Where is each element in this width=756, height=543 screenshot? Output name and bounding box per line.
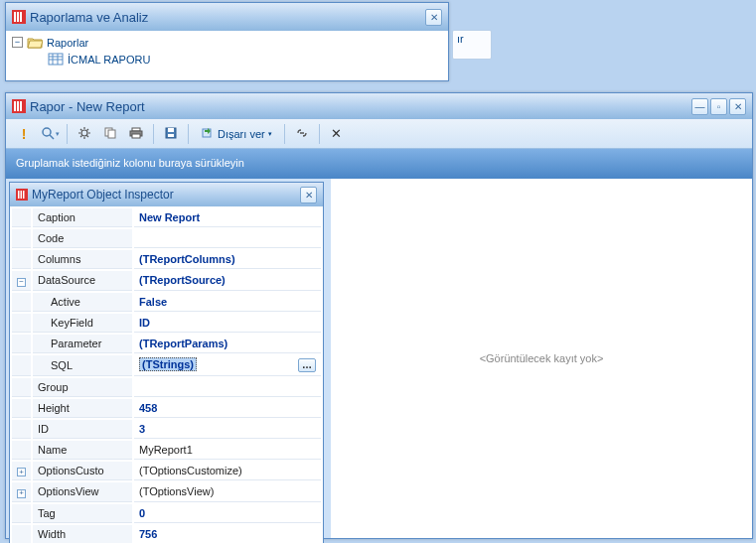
export-icon — [201, 126, 215, 142]
toolbar-search-button[interactable]: ▾ — [38, 123, 62, 145]
dropdown-icon: ▾ — [268, 130, 272, 138]
link-icon — [295, 126, 309, 142]
left-pane: MyReport Object Inspector ✕ CaptionNew R… — [6, 179, 331, 538]
prop-row-optionsview[interactable]: +OptionsView(TOptionsView) — [12, 482, 321, 502]
tree-root[interactable]: − Raporlar — [12, 34, 442, 51]
minimize-button[interactable]: — — [691, 98, 708, 115]
toolbar-export-button[interactable]: Dışarı ver ▾ — [194, 123, 279, 145]
rapor-body: MyReport Object Inspector ✕ CaptionNew R… — [6, 179, 752, 538]
toolbar-separator — [284, 124, 285, 144]
svg-rect-17 — [168, 134, 174, 137]
svg-rect-14 — [132, 134, 140, 138]
tree-child[interactable]: İCMAL RAPORU — [12, 51, 442, 68]
report-grid-icon — [48, 53, 64, 66]
maximize-button[interactable]: ▫ — [710, 98, 727, 115]
prop-row-optionscusto[interactable]: +OptionsCusto(TOptionsCustomize) — [12, 462, 321, 481]
prop-row-caption[interactable]: CaptionNew Report — [12, 208, 321, 227]
svg-line-8 — [50, 135, 54, 139]
print-icon — [129, 126, 143, 142]
alert-icon: ! — [22, 126, 27, 142]
collapse-icon[interactable]: − — [17, 278, 26, 287]
tree-body: − Raporlar İCMAL RAPORU — [6, 31, 448, 80]
toolbar-settings-button[interactable] — [73, 123, 96, 145]
prop-row-name[interactable]: NameMyReport1 — [12, 441, 321, 460]
export-label: Dışarı ver — [218, 128, 265, 140]
gear-icon — [77, 126, 91, 142]
toolbar-separator — [67, 124, 68, 144]
titlebar-rapor[interactable]: Rapor - New Report — ▫ ✕ — [6, 93, 752, 119]
search-icon — [41, 126, 55, 142]
tree-root-label: Raporlar — [47, 37, 88, 49]
app-logo-icon — [12, 10, 26, 24]
window-rapor: Rapor - New Report — ▫ ✕ ! ▾ Dışarı ver … — [5, 92, 753, 539]
toolbar-save-button[interactable] — [159, 123, 183, 145]
window-inspector: MyReport Object Inspector ✕ CaptionNew R… — [9, 182, 324, 543]
svg-point-7 — [43, 128, 51, 136]
toolbar-delete-button[interactable]: ✕ — [325, 123, 349, 145]
prop-row-tag[interactable]: Tag0 — [12, 504, 321, 523]
toolbar-separator — [188, 124, 189, 144]
prop-row-active[interactable]: ActiveFalse — [12, 293, 321, 312]
toolbar: ! ▾ Dışarı ver ▾ ✕ — [6, 119, 752, 149]
close-button[interactable]: ✕ — [425, 9, 442, 26]
titlebar-raporlama[interactable]: Raporlama ve Analiz ✕ — [6, 3, 448, 31]
copy-icon — [103, 126, 117, 142]
prop-row-width[interactable]: Width756 — [12, 525, 321, 544]
close-button[interactable]: ✕ — [729, 98, 746, 115]
svg-point-9 — [81, 130, 87, 136]
app-logo-icon — [12, 99, 26, 113]
folder-open-icon — [27, 36, 43, 49]
prop-row-code[interactable]: Code — [12, 229, 321, 248]
prop-row-parameter[interactable]: Parameter(TReportParams) — [12, 335, 321, 353]
app-logo-icon — [16, 189, 28, 201]
prop-row-keyfield[interactable]: KeyFieldID — [12, 314, 321, 333]
content-area: <Görüntülecek kayıt yok> — [331, 179, 752, 538]
prop-row-columns[interactable]: Columns(TReportColumns) — [12, 250, 321, 269]
prop-row-group[interactable]: Group — [12, 378, 321, 397]
titlebar-inspector[interactable]: MyReport Object Inspector ✕ — [10, 183, 323, 206]
group-by-bar[interactable]: Gruplamak istediğiniz kolonu buraya sürü… — [6, 149, 752, 179]
tree-collapse-icon[interactable]: − — [12, 37, 23, 48]
svg-rect-11 — [108, 130, 115, 138]
partial-button: ır — [452, 30, 492, 60]
empty-text: <Görüntülecek kayıt yok> — [480, 352, 604, 364]
toolbar-link-button[interactable] — [290, 123, 314, 145]
dropdown-icon: ▾ — [56, 130, 60, 138]
tree-child-label: İCMAL RAPORU — [68, 54, 150, 66]
delete-icon: ✕ — [331, 126, 342, 141]
toolbar-print-button[interactable] — [124, 123, 148, 145]
toolbar-copy-button[interactable] — [98, 123, 122, 145]
prop-row-id[interactable]: ID3 — [12, 420, 321, 439]
close-button[interactable]: ✕ — [300, 187, 317, 204]
svg-rect-16 — [168, 128, 174, 132]
expand-icon[interactable]: + — [17, 489, 26, 498]
title-rapor: Rapor - New Report — [30, 99, 689, 114]
ellipsis-button[interactable]: … — [298, 358, 316, 372]
title-inspector: MyReport Object Inspector — [32, 188, 298, 202]
toolbar-separator — [319, 124, 320, 144]
property-grid: CaptionNew Report Code Columns(TReportCo… — [10, 206, 323, 543]
save-icon — [164, 126, 178, 142]
toolbar-alert-button[interactable]: ! — [12, 123, 36, 145]
prop-row-datasource[interactable]: −DataSource(TReportSource) — [12, 271, 321, 291]
expand-icon[interactable]: + — [17, 468, 26, 476]
window-raporlama: Raporlama ve Analiz ✕ − Raporlar İCMAL R… — [5, 2, 449, 81]
sql-value[interactable]: (TStrings) — [139, 357, 197, 371]
title-raporlama: Raporlama ve Analiz — [30, 10, 423, 25]
prop-row-height[interactable]: Height458 — [12, 399, 321, 418]
prop-row-sql[interactable]: SQL(TStrings)… — [12, 355, 321, 376]
toolbar-separator — [153, 124, 154, 144]
